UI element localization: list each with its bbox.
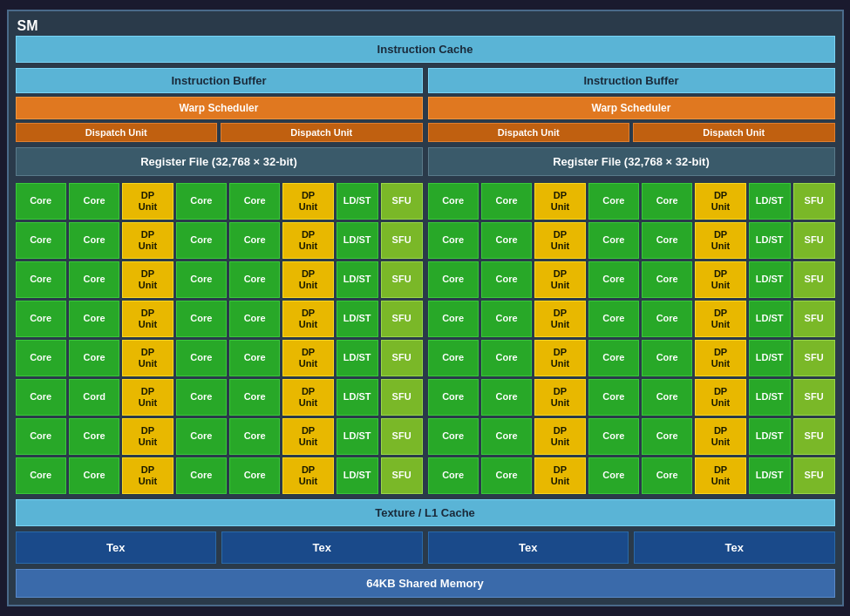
left-register-file: Register File (32,768 × 32-bit) bbox=[16, 147, 423, 176]
list-item: Core bbox=[588, 222, 639, 259]
table-row: Core Core DPUnit Core Core DPUnit LD/ST … bbox=[428, 340, 835, 376]
list-item: Core bbox=[481, 340, 532, 376]
texture-l1-cache: Texture / L1 Cache bbox=[16, 499, 835, 526]
table-row: Core Core DPUnit Core Core DPUnit LD/ST … bbox=[16, 418, 423, 455]
list-item: DPUnit bbox=[534, 340, 585, 376]
list-item: Core bbox=[642, 222, 692, 259]
list-item: SFU bbox=[793, 261, 835, 298]
sm-label: SM bbox=[17, 18, 38, 34]
table-row: Core Core DPUnit Core Core DPUnit LD/ST … bbox=[16, 261, 423, 298]
right-instruction-buffer: Instruction Buffer bbox=[428, 68, 835, 93]
list-item: Core bbox=[588, 183, 639, 220]
two-column-layout: Instruction Buffer Warp Scheduler Dispat… bbox=[16, 68, 835, 494]
left-half: Instruction Buffer Warp Scheduler Dispat… bbox=[16, 68, 423, 494]
list-item: Core bbox=[176, 261, 227, 298]
list-item: Core bbox=[428, 301, 479, 337]
tex-unit-4: Tex bbox=[634, 531, 835, 564]
list-item: DPUnit bbox=[122, 261, 173, 298]
list-item: Core bbox=[588, 457, 639, 494]
tex-unit-3: Tex bbox=[428, 531, 629, 564]
list-item: DPUnit bbox=[534, 222, 585, 259]
list-item: Core bbox=[428, 340, 479, 376]
list-item: Core bbox=[428, 379, 479, 416]
list-item: Core bbox=[229, 340, 280, 376]
table-row: Core Cord DPUnit Core Core DPUnit LD/ST … bbox=[16, 379, 423, 416]
list-item: SFU bbox=[793, 457, 835, 494]
left-dispatch-unit-2: Dispatch Unit bbox=[221, 123, 423, 142]
list-item: Core bbox=[69, 457, 119, 494]
list-item: SFU bbox=[381, 418, 423, 455]
list-item: DPUnit bbox=[122, 379, 173, 416]
list-item: DPUnit bbox=[282, 222, 333, 259]
list-item: Core bbox=[642, 457, 692, 494]
list-item: LD/ST bbox=[337, 457, 378, 494]
list-item: Core bbox=[69, 418, 119, 455]
list-item: Core bbox=[69, 340, 119, 376]
list-item: LD/ST bbox=[749, 457, 791, 494]
list-item: Core bbox=[588, 340, 639, 376]
left-warp-scheduler: Warp Scheduler bbox=[16, 97, 423, 119]
list-item: Core bbox=[229, 222, 280, 259]
list-item: DPUnit bbox=[695, 301, 745, 337]
list-item: DPUnit bbox=[282, 379, 333, 416]
list-item: LD/ST bbox=[749, 379, 791, 416]
list-item: Core bbox=[481, 379, 532, 416]
tex-unit-2: Tex bbox=[221, 531, 423, 564]
table-row: Core Core DPUnit Core Core DPUnit LD/ST … bbox=[428, 222, 835, 259]
list-item: Core bbox=[69, 222, 119, 259]
list-item: Core bbox=[642, 379, 692, 416]
list-item: Core bbox=[588, 301, 639, 337]
list-item: LD/ST bbox=[337, 418, 378, 455]
list-item: Core bbox=[16, 457, 66, 494]
list-item: DPUnit bbox=[122, 301, 173, 337]
list-item: DPUnit bbox=[122, 183, 173, 220]
list-item: SFU bbox=[793, 183, 835, 220]
table-row: Core Core DPUnit Core Core DPUnit LD/ST … bbox=[428, 301, 835, 337]
list-item: DPUnit bbox=[282, 183, 333, 220]
list-item: Core bbox=[481, 222, 532, 259]
list-item: SFU bbox=[793, 418, 835, 455]
list-item: LD/ST bbox=[337, 183, 378, 220]
list-item: Core bbox=[176, 418, 227, 455]
sm-container: SM Instruction Cache Instruction Buffer … bbox=[7, 10, 844, 606]
list-item: Core bbox=[176, 379, 227, 416]
list-item: DPUnit bbox=[695, 261, 745, 298]
list-item: Core bbox=[229, 418, 280, 455]
list-item: Core bbox=[229, 261, 280, 298]
list-item: DPUnit bbox=[534, 301, 585, 337]
list-item: SFU bbox=[381, 379, 423, 416]
table-row: Core Core DPUnit Core Core DPUnit LD/ST … bbox=[428, 418, 835, 455]
list-item: Core bbox=[481, 261, 532, 298]
list-item: DPUnit bbox=[695, 183, 745, 220]
list-item: DPUnit bbox=[534, 379, 585, 416]
list-item: SFU bbox=[381, 301, 423, 337]
list-item: SFU bbox=[381, 222, 423, 259]
right-warp-scheduler: Warp Scheduler bbox=[428, 97, 835, 119]
list-item: LD/ST bbox=[337, 261, 378, 298]
list-item: DPUnit bbox=[282, 340, 333, 376]
right-dispatch-unit-2: Dispatch Unit bbox=[633, 123, 835, 142]
list-item: SFU bbox=[381, 457, 423, 494]
right-core-grid: Core Core DPUnit Core Core DPUnit LD/ST … bbox=[428, 183, 835, 494]
list-item: DPUnit bbox=[534, 418, 585, 455]
list-item: SFU bbox=[793, 379, 835, 416]
list-item: DPUnit bbox=[695, 222, 745, 259]
list-item: Core bbox=[16, 183, 66, 220]
list-item: SFU bbox=[793, 340, 835, 376]
list-item: LD/ST bbox=[749, 261, 791, 298]
list-item: Core bbox=[176, 183, 227, 220]
list-item: Core bbox=[229, 301, 280, 337]
table-row: Core Core DPUnit Core Core DPUnit LD/ST … bbox=[16, 301, 423, 337]
list-item: LD/ST bbox=[337, 340, 378, 376]
table-row: Core Core DPUnit Core Core DPUnit LD/ST … bbox=[16, 183, 423, 220]
list-item: Core bbox=[588, 418, 639, 455]
list-item: Core bbox=[176, 301, 227, 337]
left-dispatch-row: Dispatch Unit Dispatch Unit bbox=[16, 123, 423, 142]
list-item: DPUnit bbox=[122, 222, 173, 259]
tex-row: Tex Tex Tex Tex bbox=[16, 531, 835, 564]
list-item: LD/ST bbox=[337, 301, 378, 337]
shared-memory: 64KB Shared Memory bbox=[16, 569, 835, 598]
list-item: SFU bbox=[793, 222, 835, 259]
list-item: Core bbox=[428, 457, 479, 494]
list-item: DPUnit bbox=[534, 457, 585, 494]
